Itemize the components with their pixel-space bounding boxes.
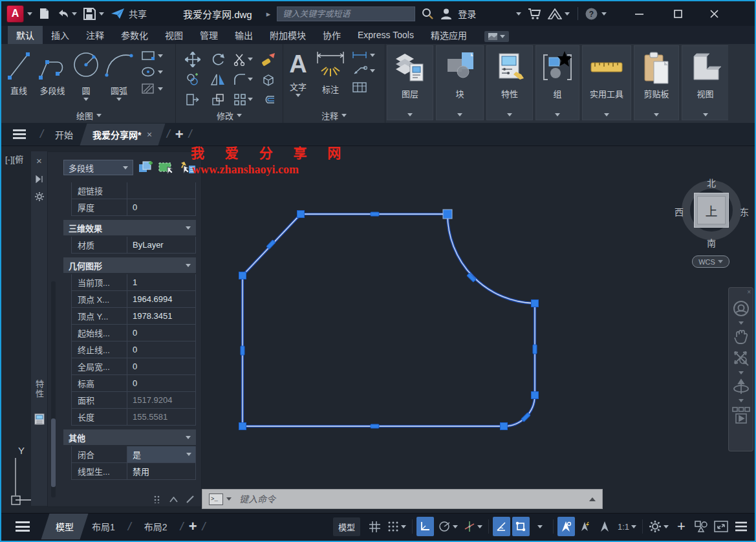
scale-button[interactable] [211,93,224,106]
annotation-visibility-toggle[interactable] [557,517,575,536]
panel-layers[interactable]: 图层 [387,45,433,120]
polar-tracking-toggle[interactable] [436,517,460,536]
viewport-controls-label[interactable]: [-][俯 [5,153,23,165]
viewcube-west[interactable]: 西 [675,205,684,218]
table-button[interactable] [352,81,384,93]
draw-panel-label[interactable]: 绘图 [3,109,175,122]
offset-button[interactable] [261,94,275,105]
search-input[interactable] [277,6,415,21]
cart-icon[interactable] [528,8,541,20]
grip-mid-diagonal[interactable] [266,240,275,249]
snap-mode-toggle[interactable] [385,517,408,536]
zoom-icon[interactable] [732,349,750,367]
layout-tab-2[interactable]: 布局2 [136,520,175,533]
autodesk-caret-icon[interactable] [565,12,570,16]
copy-button[interactable] [186,73,200,86]
orbit-caret-icon[interactable] [739,399,744,402]
ribbon-tab-output[interactable]: 输出 [226,26,261,44]
undo-caret-icon[interactable] [72,12,77,16]
ribbon-tab-featured-apps[interactable]: 精选应用 [422,26,475,44]
ribbon-tab-manage[interactable]: 管理 [191,26,226,44]
pan-icon[interactable] [733,329,750,345]
section-3d-effects[interactable]: 三维效果 [63,220,196,235]
closed-dropdown[interactable]: 是 [127,446,196,462]
select-objects-icon[interactable] [158,160,175,175]
isolate-objects-button[interactable] [692,517,710,536]
layout-menu-icon[interactable] [16,519,30,534]
grip-vertex[interactable] [501,423,508,430]
grip-mid-top[interactable] [371,212,379,216]
ribbon-display-options-button[interactable] [484,31,509,42]
mirror-button[interactable] [211,73,225,86]
autodesk-logo-icon[interactable] [548,8,562,19]
help-caret-icon[interactable] [601,12,607,16]
arc-caret-icon[interactable] [116,98,122,101]
drawing-canvas[interactable]: [-][俯 [1,146,755,513]
grip-mid-right[interactable] [533,345,537,354]
explode-button[interactable] [261,72,275,87]
navigation-wheel-icon[interactable] [732,299,750,318]
app-logo-icon[interactable]: A [6,5,24,23]
isodraft-toggle[interactable] [462,517,484,536]
ribbon-tab-annotate[interactable]: 注释 [78,26,113,44]
palette-close-icon[interactable]: × [36,155,42,166]
object-snap-tracking-toggle[interactable] [493,517,510,536]
section-geometry[interactable]: 几何图形 [63,257,196,273]
navbar-close-icon[interactable]: × [747,288,751,296]
linear-dimension-button[interactable] [352,50,384,60]
palette-vertical-title[interactable]: 特性 [33,380,45,399]
share-icon[interactable] [111,8,125,19]
grip-mid-left[interactable] [241,346,244,355]
zoom-caret-icon[interactable] [739,371,744,374]
command-history-icon[interactable] [589,497,596,501]
ribbon-tab-collaborate[interactable]: 协作 [314,26,349,44]
panel-clipboard[interactable]: 剪贴板 [634,45,679,120]
statusbar-menu-icon[interactable] [732,517,750,536]
object-type-select[interactable]: 多段线 [63,160,133,175]
grid-display-toggle[interactable] [366,517,383,536]
file-tabs-menu-icon[interactable] [13,127,26,142]
grip-vertex[interactable] [297,211,305,218]
palette-autohide-icon[interactable] [35,175,43,183]
orbit-icon[interactable] [731,378,751,395]
modify-panel-label[interactable]: 修改 [176,109,283,122]
ribbon-tab-parametric[interactable]: 参数化 [113,26,157,44]
circle-caret-icon[interactable] [83,98,89,101]
command-input[interactable] [239,494,589,504]
undo-icon[interactable] [56,9,69,18]
tab-close-icon[interactable]: × [147,129,152,140]
ellipse-button[interactable] [141,67,173,77]
grip-vertex[interactable] [239,423,246,430]
customization-gear-button[interactable] [647,517,671,536]
panel-block[interactable]: 块 [436,45,484,120]
panel-properties[interactable]: 特性 [486,45,533,120]
save-caret-icon[interactable] [99,12,104,16]
palette-scrollbar[interactable] [51,281,56,497]
palette-edit-icon[interactable] [186,495,195,504]
panel-groups[interactable]: 组 [535,45,579,120]
showmotion-icon[interactable] [731,406,751,426]
grip-vertex[interactable] [239,272,246,279]
viewcube-south[interactable]: 南 [707,236,716,249]
grip-vertex[interactable] [532,392,539,399]
minimize-button[interactable] [625,1,653,26]
ribbon-tab-addins[interactable]: 附加模块 [261,26,314,44]
palette-scrollbar-thumb[interactable] [51,418,56,487]
clean-screen-button[interactable] [712,517,730,536]
statusbar-plus-button[interactable]: + [673,517,690,536]
wheel-caret-icon[interactable] [739,321,744,325]
rotate-button[interactable] [211,52,225,67]
help-icon[interactable]: ? [585,7,598,21]
layout-tab-model[interactable]: 模型 [41,514,89,539]
move-button[interactable] [185,52,200,67]
hatch-button[interactable] [141,83,173,94]
panel-utilities[interactable]: 实用工具 [582,45,631,120]
toggle-pickadd-icon[interactable] [138,160,153,175]
viewcube[interactable]: 北 西 东 南 上 [680,178,743,243]
app-menu-caret-icon[interactable] [27,12,32,16]
polyline-grips[interactable] [239,210,539,430]
annotate-panel-label[interactable]: 注释 [283,109,385,122]
sign-in-label[interactable]: 登录 [458,7,476,20]
maximize-button[interactable] [664,1,692,26]
grip-vertex-hover[interactable] [443,210,452,219]
